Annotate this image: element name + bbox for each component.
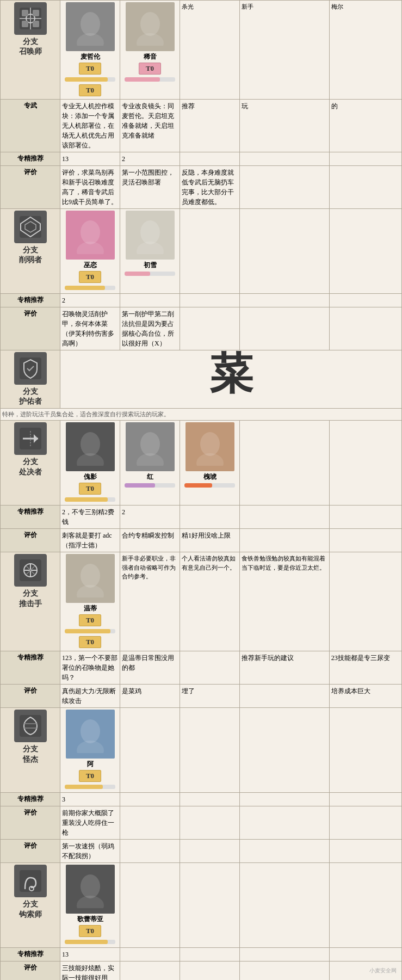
to-badge: T0 <box>79 925 101 937</box>
svg-point-21 <box>140 220 160 244</box>
main-table: 分支召唤师 麦哲伦T0T0 稀音T0杀光新手梅尔专武专业无人机控作模块：添加一个… <box>0 0 402 980</box>
char-name: 麦哲伦 <box>62 52 118 61</box>
empty-cell <box>180 307 240 350</box>
extra-col-cell: 新手非必要职业，非强者自动省略可作为合约参考。 <box>120 552 180 651</box>
sub-row: 评价前期你家大概陨了重装没人吃得住一枪 <box>1 806 402 840</box>
empty-cell <box>329 840 401 863</box>
extra-col-cell: 杀光 <box>180 1 240 100</box>
to-badge: T0 <box>79 271 101 283</box>
progress-bar-wrap <box>125 77 175 82</box>
row-cell: 2 <box>120 152 180 166</box>
sub-row: 评价评价，求菜鸟别再和新手说召唤难度高了，稀音专武后比9成干员简单了。第一小范围… <box>1 166 402 209</box>
row-cell <box>120 294 180 307</box>
empty-cell <box>180 961 240 980</box>
to-badge: T0 <box>79 84 101 96</box>
row-cell: 的 <box>329 100 401 152</box>
row-cell <box>329 166 401 209</box>
row-cell: 第一削护甲第二削法抗但是因为要占据核心高台位，所以很好用（X） <box>120 307 180 350</box>
extra-col-cell: 个人看法请勿较真如有意见自己列一个。 <box>180 552 240 651</box>
char-avatar <box>66 422 115 471</box>
char-avatar <box>126 2 175 51</box>
sub-row: 专精推荐13 <box>1 948 402 961</box>
branch-cell: 分支处决者 <box>1 421 60 506</box>
row-cell: 专业无人机控作模块：添加一个专属无人机部署位，在场无人机优先占用该部署位。 <box>60 100 120 152</box>
branch-cell: 分支推击手 <box>1 552 60 651</box>
empty-cell <box>120 708 180 793</box>
row-cell: 23技能都是专三尿变 <box>329 651 401 685</box>
watermark: 小麦安全网 <box>369 967 397 975</box>
row-label: 专精推荐 <box>1 506 60 529</box>
row-cell: 召唤物灵活削护甲，奈何本体菜（伊芙利特伤害多高啊） <box>60 307 120 350</box>
row-label: 评价 <box>1 307 60 350</box>
branch-icon-wrap: 分支召唤师 <box>2 2 58 57</box>
svg-point-32 <box>140 432 160 456</box>
empty-cell <box>329 294 401 307</box>
branch-label: 分支召唤师 <box>19 37 42 57</box>
char-avatar <box>66 554 115 603</box>
row-cell: 推荐 <box>180 100 240 152</box>
branch-icon-wrap: 分支钩索师 <box>2 865 58 919</box>
progress-bar <box>65 940 108 944</box>
empty-cell <box>120 863 180 948</box>
empty-cell <box>329 209 401 294</box>
char-cell: 歌蕾蒂亚T0 <box>60 863 120 948</box>
char-name: 巫恋 <box>62 261 118 270</box>
empty-cell <box>180 294 240 307</box>
empty-cell <box>329 552 401 651</box>
char-name: 红 <box>122 472 178 482</box>
empty-cell <box>180 840 240 863</box>
row-cell <box>180 152 240 166</box>
empty-cell <box>120 948 180 961</box>
empty-cell <box>240 948 330 961</box>
empty-cell <box>240 307 330 350</box>
branch-cell: 分支召唤师 <box>1 1 60 100</box>
empty-cell <box>329 863 401 948</box>
sub-row: 评价召唤物灵活削护甲，奈何本体菜（伊芙利特伤害多高啊）第一削护甲第二削法抗但是因… <box>1 307 402 350</box>
sub-row: 评价三技能好炫酷，实际一技能很好用 <box>1 961 402 980</box>
branch-label: 分支怪杰 <box>23 744 38 764</box>
svg-point-44 <box>81 564 100 588</box>
svg-point-55 <box>81 874 100 898</box>
sub-row: 专精推荐2，不专三别精2费钱2 <box>1 506 402 529</box>
branch-label: 分支钩索师 <box>19 899 42 919</box>
branch-note: 特种，进阶玩法干员集合处，适合推深度自行摸索玩法的玩家。 <box>1 409 402 421</box>
svg-point-12 <box>140 12 160 36</box>
progress-bar-wrap <box>65 286 115 290</box>
row-cell: 合约专精瞬发控制 <box>120 529 180 552</box>
branch-icon-wrap: 分支护佑者 <box>2 352 58 406</box>
empty-cell <box>180 863 240 948</box>
row-cell <box>240 166 330 209</box>
branch-main-row: 分支处决者 傀影T0 红 槐琥 <box>1 421 402 506</box>
branch-label: 分支护佑者 <box>19 387 42 406</box>
branch-main-row: 分支削弱者 巫恋T0 初雪 <box>1 209 402 294</box>
char-cell: 槐琥 <box>180 421 240 506</box>
extra-col-cell: 食铁兽勉强勉勿较真如有能混着当下临时近，要是你近卫太烂。 <box>240 552 330 651</box>
row-cell: 2，不专三别精2费钱 <box>60 506 120 529</box>
char-avatar <box>66 211 115 260</box>
row-cell: 第一小范围图控，灵活召唤部署 <box>120 166 180 209</box>
branch-main-row: 分支钩索师 歌蕾蒂亚T0 <box>1 863 402 948</box>
progress-bar <box>184 483 212 488</box>
progress-bar <box>65 785 103 789</box>
svg-point-50 <box>81 719 100 743</box>
branch-cell: 分支钩索师 <box>1 863 60 948</box>
branch-icon <box>14 422 47 455</box>
empty-cell <box>240 961 330 980</box>
sub-row: 评价刺客就是要打 adc（指浮士德）合约专精瞬发控制精1好用没啥上限 <box>1 529 402 552</box>
sub-row: 专精推荐3 <box>1 793 402 806</box>
branch-cell: 分支削弱者 <box>1 209 60 294</box>
empty-cell <box>120 793 180 806</box>
branch-icon <box>14 865 47 897</box>
branch-main-row: 分支召唤师 麦哲伦T0T0 稀音T0杀光新手梅尔 <box>1 1 402 100</box>
branch-icon-wrap: 分支处决者 <box>2 422 58 477</box>
branch-label: 分支削弱者 <box>19 245 42 265</box>
sub-row: 专精推荐123，第一个不要部署位的召唤物是她吗？是温蒂日常围没用的都推荐新手玩的… <box>1 651 402 685</box>
to-badge: T0 <box>79 770 101 782</box>
char-avatar <box>66 710 115 759</box>
to-badge: T0 <box>79 483 101 495</box>
row-cell: 刺客就是要打 adc（指浮士德） <box>60 529 120 552</box>
empty-cell <box>180 708 240 793</box>
svg-rect-46 <box>20 715 41 737</box>
to-badge: T0 <box>79 636 101 648</box>
empty-cell <box>240 294 330 307</box>
